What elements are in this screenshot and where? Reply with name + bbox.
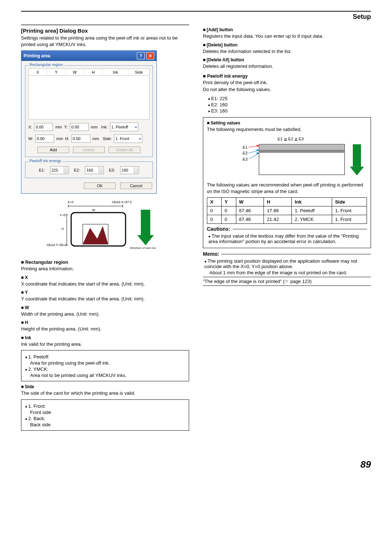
svg-rect-21 bbox=[260, 150, 344, 153]
y-input[interactable]: 0.00 bbox=[70, 123, 89, 131]
th-ink: Ink bbox=[292, 198, 332, 206]
svg-text:E2: E2 bbox=[242, 151, 248, 156]
ink-select[interactable]: 1. Peeloff bbox=[110, 123, 138, 131]
peeloff-l2: Do not alter the following values. bbox=[203, 86, 371, 93]
setting-values-box: Setting values The following requirement… bbox=[203, 117, 371, 249]
svg-text:E3: E3 bbox=[242, 157, 248, 161]
h-desc: Height of the printing area. (Unit: mm). bbox=[21, 326, 189, 332]
e1-label: E1: bbox=[39, 168, 45, 172]
ink-options-box: 1. Peeloff: Area for printing using the … bbox=[21, 350, 189, 381]
recommend-table: X Y W H Ink Side 00 87.4617.86 1. Peelof… bbox=[207, 197, 367, 224]
printing-area-dialog: Printing area ? ✕ Rectangular region X Y… bbox=[21, 50, 157, 194]
w-unit: mm bbox=[56, 136, 63, 141]
y-desc: Y coordinate that indicates the start of… bbox=[21, 296, 189, 302]
rect-region-heading: Rectangular region bbox=[21, 259, 189, 265]
del-btn-desc: Deletes the information selected in the … bbox=[203, 48, 371, 55]
ink-desc: Ink valid for the printing area. bbox=[21, 341, 189, 348]
svg-marker-16 bbox=[137, 235, 154, 245]
section-title-printing-area: [Printing area] Dialog Box bbox=[21, 28, 189, 34]
intro-text: Settings related to the printing area us… bbox=[21, 35, 189, 48]
ink-opt2-desc: Area not to be printed using all YMCKUV … bbox=[30, 373, 185, 378]
th-h: H bbox=[264, 198, 292, 206]
y-label: Y: bbox=[64, 125, 68, 129]
side-label: Side: bbox=[103, 136, 112, 141]
side-opt1-title: 1. Front: bbox=[28, 403, 46, 409]
energy-diagram: E1 ≧ E2 ≧ E3 E1 E2 E3 bbox=[207, 135, 367, 180]
ink-label: Ink: bbox=[101, 125, 108, 129]
w-input[interactable]: 0.00 bbox=[35, 135, 54, 143]
side-select[interactable]: 1. Front bbox=[114, 134, 142, 143]
e3-input[interactable]: 160 bbox=[120, 166, 139, 174]
cautions-label: Cautions: bbox=[207, 226, 230, 232]
svg-text:W: W bbox=[92, 208, 95, 212]
col-y: Y bbox=[47, 69, 66, 75]
recommend-text: The following values are recommended whe… bbox=[207, 182, 367, 194]
delete-all-button[interactable]: Delete All bbox=[109, 147, 140, 153]
svg-text:About X=87.5: About X=87.5 bbox=[112, 200, 132, 204]
page-number: 89 bbox=[21, 459, 371, 470]
memo-bullet2: About 1 mm from the edge of the image is… bbox=[209, 270, 371, 275]
help-icon[interactable]: ? bbox=[137, 52, 145, 59]
ink-heading: Ink bbox=[21, 335, 189, 340]
delete-button[interactable]: Delete bbox=[73, 147, 105, 153]
table-row: 00 87.4621.42 2. YMCK1. Front bbox=[207, 215, 367, 224]
region-list[interactable] bbox=[28, 76, 150, 120]
memo-bullet1: The printing start position displayed on… bbox=[204, 258, 371, 269]
e2-input[interactable]: 160 bbox=[85, 166, 104, 174]
page-top-rule bbox=[21, 11, 371, 12]
th-w: W bbox=[236, 198, 264, 206]
group-rect-legend: Rectangular region bbox=[28, 62, 64, 67]
x-heading: X bbox=[21, 275, 189, 280]
svg-text:E1 ≧ E2 ≧ E3: E1 ≧ E2 ≧ E3 bbox=[278, 137, 304, 141]
side-opt2-desc: Back side bbox=[30, 422, 185, 427]
h-label: H: bbox=[65, 136, 69, 141]
w-label: W: bbox=[28, 136, 33, 141]
ok-button[interactable]: OK bbox=[84, 182, 116, 189]
close-icon[interactable]: ✕ bbox=[146, 52, 154, 59]
svg-text:H: H bbox=[62, 227, 64, 231]
svg-text:X=0: X=0 bbox=[68, 200, 73, 204]
svg-rect-31 bbox=[353, 144, 361, 167]
svg-text:About Y=56.0: About Y=56.0 bbox=[46, 243, 66, 247]
card-diagram: X=0 About X=87.5 W Y=0 H About Y=56.0 Di… bbox=[21, 199, 156, 253]
side-opt2-title: 2. Back: bbox=[28, 416, 45, 421]
x-desc: X coordinate that indicates the start of… bbox=[21, 281, 189, 287]
h-unit: mm bbox=[93, 136, 99, 141]
group-energy-legend: Peeloff ink energy bbox=[28, 159, 62, 163]
rect-region-text: Printing area information. bbox=[21, 266, 189, 272]
svg-line-29 bbox=[249, 153, 259, 159]
add-button[interactable]: Add bbox=[37, 147, 69, 153]
w-desc: Width of the printing area. (Unit: mm). bbox=[21, 311, 189, 317]
svg-rect-20 bbox=[260, 145, 344, 150]
svg-text:E1: E1 bbox=[242, 145, 248, 149]
col-x: X bbox=[29, 69, 47, 75]
svg-text:Y=0: Y=0 bbox=[60, 213, 65, 217]
e1-input[interactable]: 225 bbox=[50, 166, 69, 174]
header-section: Setup bbox=[353, 13, 371, 21]
svg-text:Direction of card movement: Direction of card movement bbox=[130, 246, 156, 250]
page-reference: "The edge of the image is not printed" (… bbox=[203, 279, 371, 284]
memo-label: Memo: bbox=[203, 251, 219, 257]
h-input[interactable]: 0.00 bbox=[72, 135, 90, 143]
peeloff-heading: Peeloff ink energy bbox=[203, 73, 371, 79]
h-heading: H bbox=[21, 320, 189, 325]
col-w: W bbox=[66, 69, 84, 75]
delall-btn-heading: [Delete All] button bbox=[203, 57, 371, 62]
e2-label: E2: bbox=[74, 168, 80, 172]
cancel-button[interactable]: Cancel bbox=[120, 182, 152, 189]
w-heading: W bbox=[21, 305, 189, 310]
e3-default: E3: 160 bbox=[208, 108, 371, 114]
side-heading: Side bbox=[21, 384, 189, 389]
x-label: X: bbox=[28, 125, 32, 129]
th-side: Side bbox=[332, 198, 367, 206]
svg-marker-32 bbox=[350, 167, 364, 176]
x-input[interactable]: 0.00 bbox=[34, 123, 53, 131]
ink-opt1-title: 1. Peeloff: bbox=[28, 354, 49, 360]
ink-opt1-desc: Area for printing using the peel-off ink… bbox=[30, 360, 185, 366]
e2-default: E2: 160 bbox=[208, 102, 371, 107]
th-x: X bbox=[207, 198, 222, 206]
y-unit: mm bbox=[91, 125, 98, 129]
peeloff-l1: Print density of the peel-off ink. bbox=[203, 79, 371, 86]
delall-btn-desc: Deletes all registered information. bbox=[203, 63, 371, 70]
svg-rect-15 bbox=[141, 210, 150, 235]
